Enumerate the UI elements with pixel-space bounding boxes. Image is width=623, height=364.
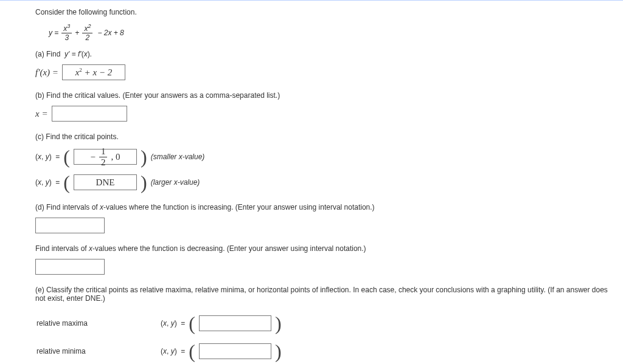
frac2-num: x2: [82, 24, 92, 33]
part-d-label2: Find intervals of x-values where the fun…: [35, 244, 611, 253]
part-b-row: x =: [35, 106, 611, 122]
close-paren-icon: ): [275, 314, 282, 333]
part-b-answer-box[interactable]: [52, 106, 127, 122]
part-e: (e) Classify the critical points as rela…: [35, 286, 611, 364]
part-d-answer1-box[interactable]: [35, 218, 105, 233]
part-c: (c) Find the critical points. (x, y) = (…: [35, 132, 611, 192]
part-a: (a) Find y' = f'(x). f'(x) = x2 + x − 2: [35, 50, 611, 80]
fraction-2: x2 2: [82, 24, 92, 41]
part-d-label1: (d) Find intervals of x-values where the…: [35, 203, 611, 211]
open-paren-icon: (: [189, 314, 195, 333]
open-paren-icon: (: [63, 173, 70, 192]
frac2-den: 2: [84, 33, 92, 41]
part-d-answer2-box[interactable]: [35, 259, 105, 275]
part-e-label: (e) Classify the critical points as rela…: [35, 286, 611, 303]
relative-maxima-label: relative maxima: [37, 310, 159, 337]
part-b-label: (b) Find the critical values. (Enter you…: [35, 91, 611, 100]
close-paren-icon: ): [141, 173, 147, 192]
close-paren-icon: ): [275, 342, 282, 361]
fraction-1: x3 3: [61, 24, 72, 41]
xy-label: (x, y) =: [161, 347, 185, 355]
part-c-answer2-box[interactable]: DNE: [74, 174, 137, 190]
part-a-answer: x2 + x − 2: [75, 67, 113, 78]
relative-maxima-answer-box[interactable]: [199, 315, 271, 331]
xy-label: (x, y) =: [161, 319, 185, 328]
part-a-label: (a) Find y' = f'(x).: [35, 50, 611, 58]
part-a-lhs: f'(x) =: [35, 67, 58, 78]
part-a-row: f'(x) = x2 + x − 2: [35, 64, 611, 80]
part-c-hint2: (larger x-value): [151, 178, 200, 187]
part-c-hint1: (smaller x-value): [151, 153, 205, 161]
close-paren-icon: ): [141, 147, 147, 167]
relative-minima-answer-box[interactable]: [199, 343, 271, 359]
part-c-answer1-box[interactable]: − 12 , 0: [74, 149, 137, 165]
intro-text: Consider the following function.: [35, 8, 611, 16]
problem-container: Consider the following function. y = x3 …: [0, 0, 623, 364]
part-c-label: (c) Find the critical points.: [35, 132, 611, 141]
part-c-xy2: (x, y) =: [35, 178, 60, 187]
frac1-den: 3: [63, 33, 71, 41]
part-c-xy1: (x, y) =: [35, 153, 60, 161]
plus-sign: +: [75, 29, 79, 37]
classify-table: relative maxima (x, y) = ( ) relative mi…: [35, 309, 290, 364]
equation-tail: − 2x + 8: [97, 29, 124, 37]
part-c-row2: (x, y) = ( DNE ) (larger x-value): [35, 173, 611, 192]
part-b: (b) Find the critical values. (Enter you…: [35, 91, 611, 122]
relative-minima-label: relative minima: [37, 338, 159, 364]
part-c-answer1: − 12 , 0: [91, 147, 120, 167]
part-c-row1: (x, y) = ( − 12 , 0 ) (smaller x-value): [35, 147, 611, 167]
open-paren-icon: (: [189, 342, 195, 361]
open-paren-icon: (: [63, 147, 70, 167]
frac1-num: x3: [61, 24, 72, 33]
part-b-lhs: x =: [35, 109, 48, 119]
part-a-answer-box[interactable]: x2 + x − 2: [62, 64, 125, 80]
row-relative-minima: relative minima (x, y) = ( ): [37, 338, 289, 364]
y-equals: y =: [49, 29, 58, 37]
part-d: (d) Find intervals of x-values where the…: [35, 203, 611, 275]
row-relative-maxima: relative maxima (x, y) = ( ): [37, 310, 289, 337]
function-equation: y = x3 3 + x2 2 − 2x + 8: [49, 24, 611, 41]
